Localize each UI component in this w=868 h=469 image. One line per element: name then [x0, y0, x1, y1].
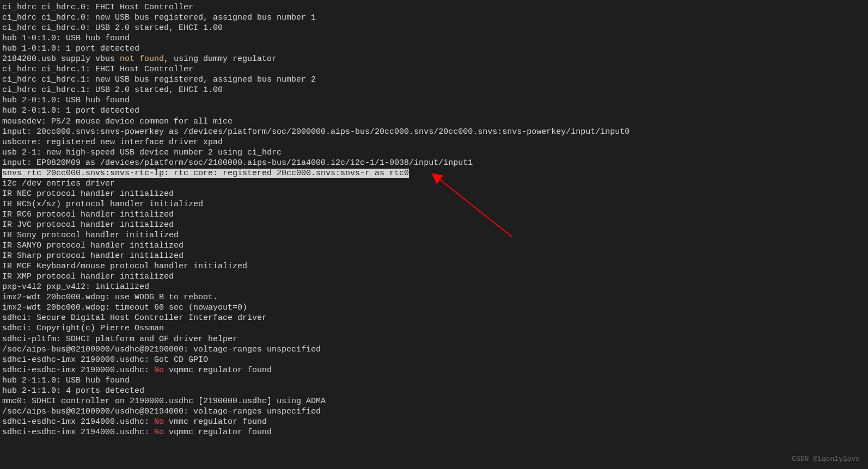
terminal-output[interactable]: ci_hdrc ci_hdrc.0: EHCI Host Controllerc… — [2, 2, 866, 437]
terminal-line: sdhci-esdhc-imx 2194000.usdhc: No vmmc r… — [2, 417, 866, 427]
terminal-line: IR RC6 protocol handler initialized — [2, 209, 866, 220]
terminal-segment: sdhci-esdhc-imx 2190000.usdhc: — [2, 366, 154, 375]
terminal-line: mmc0: SDHCI controller on 2190000.usdhc … — [2, 396, 866, 406]
terminal-line: IR XMP protocol handler initialized — [2, 271, 866, 282]
terminal-line: hub 1-0:1.0: 1 port detected — [2, 44, 866, 54]
terminal-segment: sdhci-esdhc-imx 2194000.usdhc: — [2, 428, 154, 437]
terminal-segment: sdhci-esdhc-imx 2194000.usdhc: — [2, 417, 154, 427]
terminal-line: mousedev: PS/2 mouse device common for a… — [2, 116, 866, 127]
terminal-segment: snvs_rtc 20cc000.snvs:snvs-rtc-lp: rtc c… — [2, 169, 409, 178]
terminal-line: pxp-v4l2 pxp_v4l2: initialized — [2, 282, 866, 292]
terminal-segment: vqmmc regulator found — [164, 366, 272, 375]
terminal-line: hub 2-0:1.0: 1 port detected — [2, 106, 866, 116]
terminal-line: sdhci-esdhc-imx 2190000.usdhc: Got CD GP… — [2, 355, 866, 365]
terminal-segment: No — [154, 428, 164, 437]
terminal-line: IR SANYO protocol handler initialized — [2, 240, 866, 251]
terminal-line: hub 2-1:1.0: 4 ports detected — [2, 386, 866, 396]
watermark-text: CSDN @lqonlylove — [792, 455, 860, 464]
terminal-line: imx2-wdt 20bc000.wdog: use WDOG_B to reb… — [2, 292, 866, 303]
terminal-line: sdhci-esdhc-imx 2194000.usdhc: No vqmmc … — [2, 427, 866, 437]
terminal-line: ci_hdrc ci_hdrc.1: USB 2.0 started, EHCI… — [2, 85, 866, 95]
terminal-line: IR Sharp protocol handler initialized — [2, 251, 866, 261]
terminal-line: sdhci-pltfm: SDHCI platform and OF drive… — [2, 334, 866, 344]
terminal-line: sdhci: Copyright(c) Pierre Ossman — [2, 323, 866, 334]
terminal-line: IR MCE Keyboard/mouse protocol handler i… — [2, 261, 866, 271]
terminal-line: ci_hdrc ci_hdrc.1: EHCI Host Controller — [2, 64, 866, 75]
terminal-line: hub 2-0:1.0: USB hub found — [2, 95, 866, 106]
terminal-line: usb 2-1: new high-speed USB device numbe… — [2, 147, 866, 158]
terminal-line: i2c /dev entries driver — [2, 178, 866, 189]
terminal-segment: not found — [120, 54, 164, 64]
terminal-segment: vmmc regulator found — [164, 417, 267, 427]
terminal-line: /soc/aips-bus@02100000/usdhc@02190000: v… — [2, 344, 866, 355]
terminal-line: sdhci: Secure Digital Host Controller In… — [2, 313, 866, 323]
terminal-line: IR Sony protocol handler initialized — [2, 230, 866, 240]
terminal-line: ci_hdrc ci_hdrc.1: new USB bus registere… — [2, 75, 866, 85]
terminal-segment: 2184200.usb supply vbus — [2, 54, 120, 64]
terminal-line: ci_hdrc ci_hdrc.0: new USB bus registere… — [2, 13, 866, 23]
terminal-line: usbcore: registered new interface driver… — [2, 137, 866, 147]
terminal-line: 2184200.usb supply vbus not found, using… — [2, 54, 866, 64]
terminal-line: hub 2-1:1.0: USB hub found — [2, 375, 866, 386]
terminal-line: /soc/aips-bus@02100000/usdhc@02194000: v… — [2, 406, 866, 417]
terminal-line: ci_hdrc ci_hdrc.0: EHCI Host Controller — [2, 2, 866, 13]
terminal-line: snvs_rtc 20cc000.snvs:snvs-rtc-lp: rtc c… — [2, 168, 866, 178]
terminal-line: input: EP0820M09 as /devices/platform/so… — [2, 158, 866, 168]
terminal-line: IR RC5(x/sz) protocol handler initialize… — [2, 199, 866, 209]
terminal-line: imx2-wdt 20bc000.wdog: timeout 60 sec (n… — [2, 303, 866, 313]
terminal-line: hub 1-0:1.0: USB hub found — [2, 33, 866, 44]
terminal-line: input: 20cc000.snvs:snvs-powerkey as /de… — [2, 127, 866, 137]
terminal-segment: , using dummy regulator — [164, 54, 277, 64]
terminal-segment: No — [154, 417, 164, 427]
terminal-line: IR JVC protocol handler initialized — [2, 220, 866, 230]
terminal-line: ci_hdrc ci_hdrc.0: USB 2.0 started, EHCI… — [2, 23, 866, 33]
terminal-segment: vqmmc regulator found — [164, 428, 272, 437]
terminal-segment: No — [154, 366, 164, 375]
terminal-line: sdhci-esdhc-imx 2190000.usdhc: No vqmmc … — [2, 365, 866, 375]
terminal-line: IR NEC protocol handler initialized — [2, 189, 866, 199]
